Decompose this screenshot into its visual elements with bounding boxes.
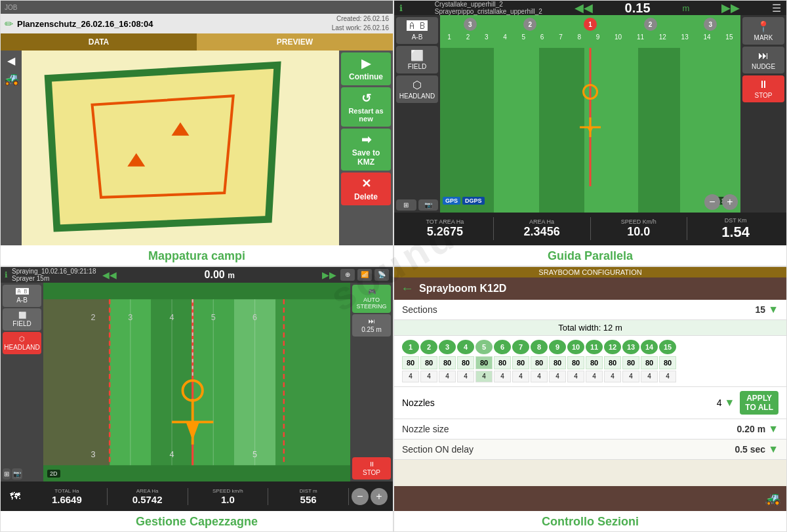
camera-button[interactable]: 📷 — [418, 199, 439, 211]
c3-right-arrows[interactable]: ▶▶ — [322, 270, 336, 280]
nudge-button[interactable]: ⏭ NUDGE — [742, 47, 784, 73]
back-arrow-icon[interactable]: ◀ — [7, 54, 15, 67]
n7: 7 — [559, 33, 563, 41]
c3-sprayer-name: Sprayer 15m — [12, 275, 96, 282]
c3-icon-3[interactable]: 📡 — [374, 269, 389, 281]
info-icon: ℹ — [399, 3, 403, 13]
c3-zoom-in[interactable]: + — [371, 488, 388, 505]
stop-button[interactable]: ⏸ STOP — [742, 75, 784, 102]
zoom-out-button[interactable]: − — [704, 194, 720, 210]
c3-headland-button[interactable]: ⬡ HEADLAND — [3, 332, 41, 354]
svg-marker-0 — [48, 65, 277, 228]
c3-headland-label: HEADLAND — [4, 344, 39, 351]
red-guidance-line — [590, 48, 592, 186]
c3-cam-icon: 📷 — [13, 470, 21, 478]
c3-distance: 0.00 m — [205, 269, 235, 281]
nozzle-size-chevron[interactable]: ▼ — [768, 423, 778, 435]
zoom-in-button[interactable]: + — [722, 194, 738, 210]
cell4-caption: Controllo Sezioni — [394, 511, 786, 531]
nudge-icon: ⏭ — [758, 50, 769, 62]
left-arrows-icon[interactable]: ◀◀ — [575, 1, 593, 15]
c3-icon-2[interactable]: 📶 — [357, 269, 372, 281]
sv-5: 80 — [475, 356, 493, 369]
c3-stat-speed: SPEED km/h 1.0 — [188, 488, 269, 505]
restart-button[interactable]: ↺ Restart as new — [341, 87, 391, 127]
sec-8: 8 — [531, 340, 548, 354]
2d-label: 2D — [47, 470, 60, 478]
sec-4: 4 — [457, 340, 474, 354]
back-arrow-icon[interactable]: ← — [401, 281, 414, 296]
section-on-delay-label: Section ON delay — [402, 444, 474, 455]
tab-data[interactable]: DATA — [1, 33, 197, 51]
left-panel: 🅰🅱 A-B ⬜ FIELD ⬡ HEADLAND ⊞ — [394, 15, 440, 213]
nozzle-numbers-row: 3 2 1 2 3 — [440, 18, 740, 31]
menu-icon[interactable]: ☰ — [772, 2, 781, 14]
sections-label: Sections — [402, 304, 437, 315]
location-names: Crystallake_upperhill_2 Sprayerpippo_cri… — [435, 1, 542, 15]
save-kmz-button[interactable]: ➡ Save to KMZ — [341, 129, 391, 171]
c3-speed-label: SPEED km/h — [212, 488, 243, 494]
svg-text:4: 4 — [170, 449, 174, 459]
field-button[interactable]: ⬜ FIELD — [396, 46, 438, 73]
c3-zoom-out[interactable]: − — [352, 488, 369, 505]
ss-4: 4 — [457, 371, 474, 382]
delete-button[interactable]: ✕ Delete — [341, 173, 391, 205]
save-icon: ➡ — [361, 133, 371, 147]
delete-label: Delete — [354, 192, 378, 201]
dgps-badge: DGPS — [462, 197, 485, 205]
svg-text:2: 2 — [91, 312, 95, 321]
sv-14: 80 — [641, 356, 658, 369]
sv-8: 80 — [531, 356, 548, 369]
ss-7: 4 — [512, 371, 529, 382]
c3-grid-icon: ⊞ — [4, 470, 9, 478]
c3-025m-button[interactable]: ⏭ 0.25 m — [352, 314, 391, 337]
c3-auto-steering-button[interactable]: 🎮 AUTO STEERING — [352, 285, 391, 313]
sec-2: 2 — [420, 340, 437, 354]
sv-10: 80 — [567, 356, 584, 369]
nozzle-2-left: 2 — [523, 18, 536, 31]
sec-1: 1 — [402, 340, 419, 354]
tractor-cross-marker — [577, 117, 603, 140]
sections-chevron[interactable]: ▼ — [768, 304, 778, 316]
c3-stat-dist: DIST m 556 — [268, 488, 349, 505]
grid-button[interactable]: ⊞ — [396, 199, 416, 211]
individual-nozzles: 1 2 3 4 5 6 7 8 9 10 11 12 13 14 — [440, 33, 740, 41]
continue-button[interactable]: ▶ Continue — [341, 52, 391, 85]
stat-speed: SPEED Km/h 10.0 — [591, 217, 688, 240]
c3-left-arrows[interactable]: ◀◀ — [102, 270, 117, 280]
c3-stat-area: AREA Ha 0.5742 — [108, 488, 188, 505]
section-on-delay-chevron[interactable]: ▼ — [768, 443, 778, 455]
nozzles-chevron[interactable]: ▼ — [724, 397, 735, 408]
nozzles-row: Nozzles 4 ▼ APPLYTO ALL — [394, 387, 786, 420]
mark-button[interactable]: 📍 MARK — [742, 17, 784, 45]
cell-mappatura: JOB ✏ Planzenschutz_26.02.16_16:08:04 Cr… — [0, 0, 394, 266]
c3-stop-button[interactable]: ⏸ STOP — [352, 457, 391, 480]
n14: 14 — [703, 33, 710, 41]
ab-button[interactable]: 🅰🅱 A-B — [396, 17, 438, 44]
apply-to-all-button[interactable]: APPLYTO ALL — [740, 391, 778, 415]
dst-value: 1.54 — [721, 224, 750, 241]
name1: Crystallake_upperhill_2 — [435, 1, 542, 8]
ss-8: 4 — [531, 371, 548, 382]
c3-ab-button[interactable]: 🅰🅱 A-B — [3, 285, 41, 307]
stats-bar: TOT AREA Ha 5.2675 AREA Ha 2.3456 SPEED … — [394, 213, 786, 245]
c3-field-button[interactable]: ⬜ FIELD — [3, 308, 41, 331]
section-sub-row: 4 4 4 4 4 4 4 4 4 4 4 4 4 4 4 — [402, 371, 778, 382]
c3-grid-button[interactable]: ⊞ — [3, 468, 10, 480]
ss-6: 4 — [494, 371, 511, 382]
config-title-bar: ← Sprayboom K12D — [394, 277, 786, 300]
c3-info-icon: ℹ — [5, 270, 8, 279]
ss-14: 4 — [641, 371, 658, 382]
nozzle-size-number: 0.20 m — [737, 424, 766, 434]
c3-icon-1[interactable]: ⊕ — [340, 269, 355, 281]
right-arrows-icon[interactable]: ▶▶ — [721, 1, 740, 15]
tab-preview[interactable]: PREVIEW — [197, 33, 393, 51]
c4-tractor-icon: 🚜 — [765, 491, 781, 506]
c3-camera-button[interactable]: 📷 — [12, 468, 22, 480]
headland-button[interactable]: ⬡ HEADLAND — [396, 75, 438, 103]
distance-unit: m — [682, 3, 689, 13]
stat-area: AREA Ha 2.3456 — [494, 217, 591, 240]
n15: 15 — [725, 33, 733, 41]
restart-icon: ↺ — [361, 91, 371, 106]
n4: 4 — [503, 33, 507, 41]
